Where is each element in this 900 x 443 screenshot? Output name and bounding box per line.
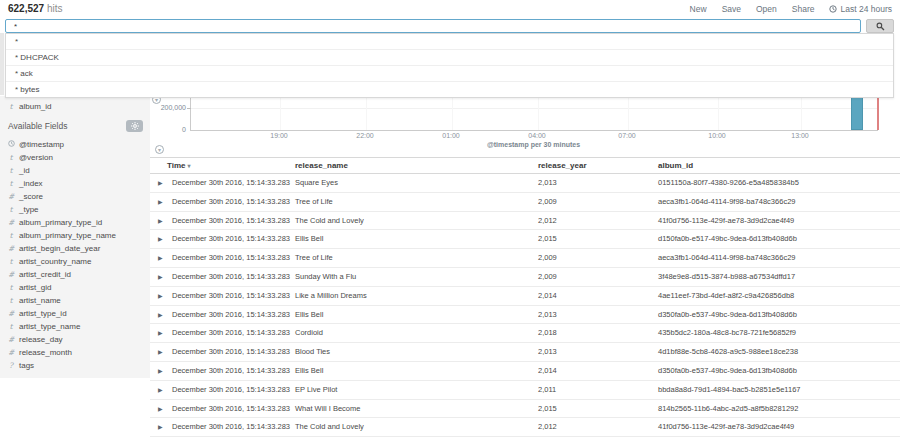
field-type-icon: t — [8, 231, 14, 240]
cell-release-name: Like a Million Dreams — [295, 287, 367, 305]
table-row[interactable]: ▶December 30th 2016, 15:14:33.283The Col… — [150, 212, 900, 231]
expand-row-caret-icon[interactable]: ▶ — [158, 268, 163, 286]
column-header-time[interactable]: Time▾ — [167, 161, 191, 170]
field-item-type[interactable]: t_type — [0, 203, 150, 216]
cell-release-name: Ellis Bell — [295, 306, 323, 324]
field-type-icon: # — [8, 244, 14, 253]
field-item-albumid[interactable]: talbum_id — [0, 100, 150, 113]
table-row[interactable]: ▶December 30th 2016, 15:14:33.283Tree of… — [150, 193, 900, 212]
field-name: release_month — [19, 348, 72, 357]
query-suggestion[interactable]: * ack — [6, 66, 893, 82]
table-row[interactable]: ▶December 30th 2016, 15:14:33.283Ellis B… — [150, 362, 900, 381]
query-suggestion[interactable]: * DHCPACK — [6, 50, 893, 66]
table-row[interactable]: ▶December 30th 2016, 15:14:33.283Sunday … — [150, 268, 900, 287]
cell-release-year: 2,014 — [538, 362, 557, 380]
query-suggestion[interactable]: * — [6, 34, 893, 50]
table-row[interactable]: ▶December 30th 2016, 15:14:33.283Cordioi… — [150, 324, 900, 343]
expand-row-caret-icon[interactable]: ▶ — [158, 230, 163, 248]
field-item-artistgid[interactable]: tartist_gid — [0, 281, 150, 294]
field-item-id[interactable]: t_id — [0, 164, 150, 177]
field-type-icon — [8, 140, 14, 149]
cell-time: December 30th 2016, 15:14:33.283 — [172, 418, 290, 436]
field-item-timestamp[interactable]: @timestamp — [0, 138, 150, 151]
field-item-artisttypename[interactable]: tartist_type_name — [0, 320, 150, 333]
search-button[interactable] — [866, 19, 894, 33]
expand-row-caret-icon[interactable]: ▶ — [158, 193, 163, 211]
cell-release-name: Blood Ties — [295, 343, 330, 361]
field-item-index[interactable]: t_index — [0, 177, 150, 190]
query-suggestion[interactable]: * bytes — [6, 82, 893, 97]
field-settings-button[interactable] — [126, 120, 143, 132]
table-row[interactable]: ▶December 30th 2016, 15:14:33.283Square … — [150, 174, 900, 193]
column-header-release-year[interactable]: release_year — [538, 161, 587, 170]
cell-time: December 30th 2016, 15:14:33.283 — [172, 306, 290, 324]
field-type-icon: t — [8, 296, 14, 305]
expand-row-caret-icon[interactable]: ▶ — [158, 343, 163, 361]
field-item-releasemonth[interactable]: #release_month — [0, 346, 150, 359]
cell-time: December 30th 2016, 15:14:33.283 — [172, 249, 290, 267]
clock-icon — [8, 140, 15, 147]
cell-release-name: Ellis Bell — [295, 230, 323, 248]
cell-album-id: d350fa0b-e537-49bc-9dea-6d13fb408d6b — [658, 362, 797, 380]
xtick-label: 10:00 — [700, 132, 734, 139]
table-row[interactable]: ▶December 30th 2016, 15:14:33.283Like a … — [150, 287, 900, 306]
field-name: artist_credit_id — [19, 270, 71, 279]
column-header-release-name[interactable]: release_name — [295, 161, 348, 170]
field-item-version[interactable]: t@version — [0, 151, 150, 164]
field-item-albumprimarytypename[interactable]: talbum_primary_type_name — [0, 229, 150, 242]
cell-release-name: Cordioid — [295, 324, 323, 342]
expand-row-caret-icon[interactable]: ▶ — [158, 362, 163, 380]
field-item-releaseday[interactable]: #release_day — [0, 333, 150, 346]
cell-album-id: 4ae11eef-73bd-4def-a8f2-c9a426856db8 — [658, 287, 794, 305]
table-row[interactable]: ▶December 30th 2016, 15:14:33.283Tree of… — [150, 249, 900, 268]
table-row[interactable]: ▶December 30th 2016, 15:14:33.283Blood T… — [150, 343, 900, 362]
table-row[interactable]: ▶December 30th 2016, 15:14:33.283The Col… — [150, 418, 900, 437]
expand-row-caret-icon[interactable]: ▶ — [158, 212, 163, 230]
nav-label: Last 24 hours — [840, 4, 892, 14]
cell-release-name: Square Eyes — [295, 174, 338, 192]
field-name: _index — [19, 179, 43, 188]
field-item-albumprimarytypeid[interactable]: #album_primary_type_id — [0, 216, 150, 229]
nav-label: Share — [792, 4, 815, 14]
expand-row-caret-icon[interactable]: ▶ — [158, 174, 163, 192]
field-item-artistname[interactable]: tartist_name — [0, 294, 150, 307]
expand-row-caret-icon[interactable]: ▶ — [158, 418, 163, 436]
nav-last-24-hours[interactable]: Last 24 hours — [829, 4, 892, 14]
field-item-artisttypeid[interactable]: #artist_type_id — [0, 307, 150, 320]
hits-count: 622,527 — [8, 3, 44, 14]
field-item-tags[interactable]: ?tags — [0, 359, 150, 372]
nav-open[interactable]: Open — [756, 4, 777, 14]
field-name: release_day — [19, 335, 63, 344]
field-type-icon: t — [8, 322, 14, 331]
field-name: @timestamp — [19, 140, 64, 149]
documents-table: Time▾ release_name release_year album_id… — [150, 157, 900, 437]
query-input[interactable] — [5, 19, 861, 33]
cell-release-year: 2,009 — [538, 193, 557, 211]
table-row[interactable]: ▶December 30th 2016, 15:14:33.283Ellis B… — [150, 230, 900, 249]
expand-row-caret-icon[interactable]: ▶ — [158, 381, 163, 399]
table-row[interactable]: ▶December 30th 2016, 15:14:33.283What Wi… — [150, 400, 900, 419]
nav-share[interactable]: Share — [792, 4, 815, 14]
field-item-artistbegindateyear[interactable]: #artist_begin_date_year — [0, 242, 150, 255]
sort-caret-icon: ▾ — [188, 163, 191, 169]
expand-row-caret-icon[interactable]: ▶ — [158, 400, 163, 418]
xtick-label: 13:00 — [783, 132, 817, 139]
field-type-icon: # — [8, 348, 14, 357]
collapse-table-icon[interactable]: ▾ — [155, 145, 164, 154]
column-header-album-id[interactable]: album_id — [658, 161, 693, 170]
field-item-score[interactable]: #_score — [0, 190, 150, 203]
hits-label: hits — [47, 3, 63, 14]
field-item-artistcreditid[interactable]: #artist_credit_id — [0, 268, 150, 281]
expand-row-caret-icon[interactable]: ▶ — [158, 306, 163, 324]
ytick-mark — [187, 108, 191, 109]
table-row[interactable]: ▶December 30th 2016, 15:14:33.283EP Live… — [150, 381, 900, 400]
expand-row-caret-icon[interactable]: ▶ — [158, 324, 163, 342]
table-row[interactable]: ▶December 30th 2016, 15:14:33.283Ellis B… — [150, 306, 900, 325]
nav-save[interactable]: Save — [722, 4, 741, 14]
cell-release-year: 2,012 — [538, 418, 557, 436]
field-item-artistcountryname[interactable]: tartist_country_name — [0, 255, 150, 268]
expand-row-caret-icon[interactable]: ▶ — [158, 287, 163, 305]
field-name: artist_name — [19, 296, 61, 305]
expand-row-caret-icon[interactable]: ▶ — [158, 249, 163, 267]
nav-new[interactable]: New — [690, 4, 707, 14]
